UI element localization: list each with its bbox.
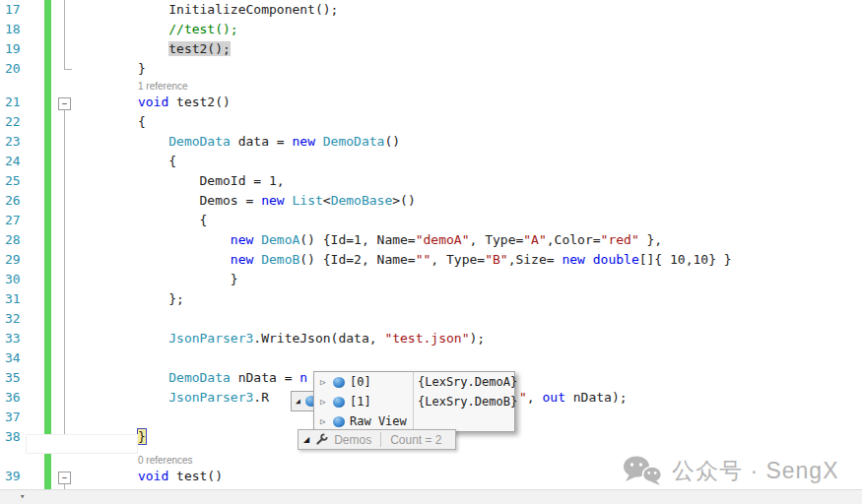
code-line[interactable]: 34	[0, 350, 862, 370]
code-line[interactable]: 21 void test2()	[0, 94, 862, 114]
code-line[interactable]: 19 test2();	[0, 41, 862, 61]
code-segment: List	[292, 193, 322, 208]
code-segment: test2()	[168, 94, 231, 109]
expander-collapsed-icon[interactable]: ▷	[320, 416, 333, 426]
expander-collapsed-icon[interactable]: ▷	[320, 397, 333, 407]
code-segment: "test.json"	[384, 331, 469, 346]
datatip-pinned[interactable]: ◢ Demos Count = 2	[298, 429, 456, 450]
datatip-pinned-divider	[380, 432, 381, 447]
line-number: 36	[0, 390, 39, 410]
code-segment: DemoA	[261, 232, 299, 247]
code-line[interactable]: 31 };	[0, 291, 862, 311]
code-segment: .WriteJson(data,	[253, 331, 384, 346]
code-line[interactable]: 28 new DemoA() {Id=1, Name="demoA", Type…	[0, 232, 862, 252]
code-line[interactable]: 30 }	[0, 272, 862, 291]
line-number: 25	[0, 173, 39, 193]
code-segment: .R	[253, 390, 269, 405]
code-segment: ()	[384, 134, 400, 149]
field-icon	[333, 416, 345, 427]
code-text: //test();	[39, 22, 238, 41]
field-icon	[333, 397, 345, 408]
outline-guide-tick	[64, 69, 72, 70]
code-segment: out	[542, 390, 564, 405]
code-line[interactable]: 18 //test();	[0, 22, 862, 41]
watermark-text: 公众号 · SengX	[672, 456, 839, 486]
code-segment: }	[138, 429, 146, 444]
code-segment: data =	[231, 134, 293, 149]
code-line[interactable]: 24 {	[0, 154, 862, 173]
code-line[interactable]: 33 JsonParser3.WriteJson(data, "test.jso…	[0, 331, 862, 350]
line-number: 39	[0, 469, 39, 488]
code-segment: }	[231, 272, 238, 286]
expander-expanded-icon[interactable]: ◢	[303, 435, 309, 444]
code-segment: n	[299, 370, 307, 385]
vs-editor-screen: 17 InitializeComponent();18 //test();19 …	[0, 0, 862, 504]
code-segment: test()	[168, 469, 223, 483]
datatip-pinned-value: Count = 2	[390, 433, 441, 447]
line-number: 20	[0, 61, 39, 81]
code-segment: new	[292, 134, 314, 149]
line-number: 29	[0, 252, 39, 272]
datatip-row[interactable]: ▷[0]{LexSry.DemoA}	[314, 372, 514, 392]
code-text: new DemoA() {Id=1, Name="demoA", Type="A…	[39, 232, 662, 252]
code-line[interactable]: 29 new DemoB() {Id=2, Name="", Type="B",…	[0, 252, 862, 272]
code-segment	[585, 252, 593, 267]
code-line[interactable]: 26 Demos = new List<DemoBase>()	[0, 193, 862, 213]
code-segment: };	[168, 291, 184, 306]
code-segment: InitializeComponent();	[168, 2, 338, 17]
code-segment: ,Color=	[547, 232, 601, 247]
code-text: DemoData nData = n	[39, 370, 307, 390]
code-line[interactable]: 25 DemoId = 1,	[0, 173, 862, 193]
code-segment: );	[469, 331, 485, 346]
code-line[interactable]: 22 {	[0, 114, 862, 134]
code-segment: },	[639, 232, 662, 247]
datatip-row-value: {LexSry.DemoA}	[418, 375, 517, 389]
datatip-row-value: {LexSry.DemoB}	[418, 395, 517, 409]
code-text: new DemoB() {Id=2, Name="", Type="B",Siz…	[39, 252, 732, 272]
code-segment: "A"	[523, 232, 546, 247]
wechat-icon	[623, 455, 664, 486]
code-segment: new	[261, 193, 284, 208]
code-line[interactable]: 20 }	[0, 61, 862, 81]
line-number: 19	[0, 41, 39, 61]
code-segment: () {Id=1, Name=	[299, 232, 415, 247]
datatip-pinned-name: Demos	[334, 433, 371, 447]
line-number: 33	[0, 331, 39, 350]
datatip-row[interactable]: ▷[1]{LexSry.DemoB}	[314, 392, 514, 411]
expander-expanded-icon[interactable]: ◢	[296, 397, 300, 406]
code-segment: DemoB	[261, 252, 299, 267]
code-line[interactable]: 23 DemoData data = new DemoData()	[0, 134, 862, 154]
code-segment: }	[138, 61, 146, 76]
line-number: 28	[0, 232, 39, 252]
line-number: 26	[0, 193, 39, 213]
datatip-popup: ▷[0]{LexSry.DemoA}▷[1]{LexSry.DemoB}▷Raw…	[313, 371, 515, 432]
code-segment: JsonParser3	[168, 390, 253, 405]
code-text: JsonParser3.R	[39, 390, 269, 410]
collapse-toggle-test2[interactable]: −	[58, 97, 71, 110]
code-segment: []{ 10,10} }	[639, 252, 732, 267]
horizontal-scrollbar[interactable]	[0, 489, 862, 504]
codelens-label[interactable]: 1 reference	[0, 81, 862, 94]
code-segment: DemoBase	[331, 193, 393, 208]
code-segment: "demoA"	[416, 232, 470, 247]
code-segment	[253, 252, 261, 267]
code-segment: () {Id=2, Name=	[299, 252, 415, 267]
datatip-row-name: [1]	[350, 395, 371, 409]
line-number: 30	[0, 272, 39, 291]
line-number: 27	[0, 213, 39, 232]
code-line[interactable]: 32	[0, 311, 862, 331]
scrollbar-down-arrow-icon[interactable]: ▾	[20, 489, 25, 504]
code-segment: //test();	[168, 22, 237, 36]
line-number: 18	[0, 22, 39, 41]
code-segment: DemoId = 1,	[200, 173, 285, 188]
code-text-after-popup: ", out nData);	[519, 390, 628, 405]
collapse-toggle-test[interactable]: −	[58, 472, 71, 484]
code-line[interactable]: 27 {	[0, 213, 862, 232]
expander-collapsed-icon[interactable]: ▷	[320, 377, 333, 387]
wrench-icon	[315, 433, 328, 446]
datatip-row[interactable]: ▷Raw View	[314, 411, 514, 431]
datatip-rows: ▷[0]{LexSry.DemoA}▷[1]{LexSry.DemoB}▷Raw…	[314, 372, 514, 431]
code-segment: , Type=	[431, 252, 485, 267]
code-segment: nData);	[565, 390, 628, 405]
code-line[interactable]: 17 InitializeComponent();	[0, 2, 862, 22]
